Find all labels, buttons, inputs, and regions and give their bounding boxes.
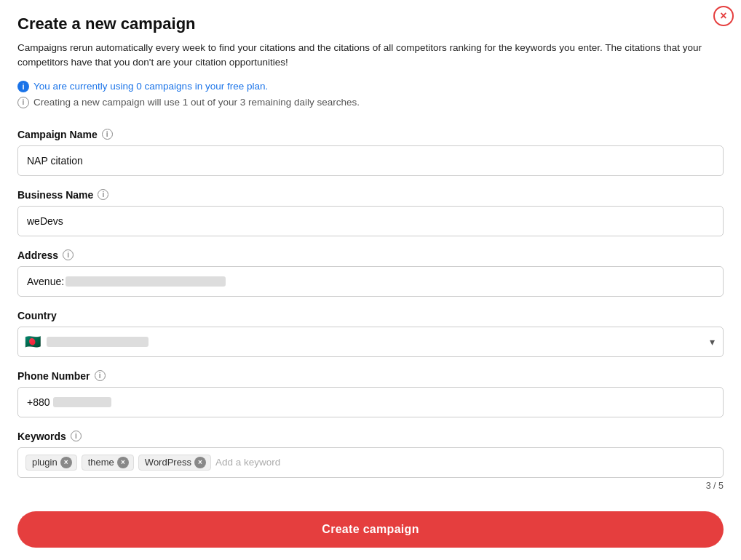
business-name-field: Business Name i (17, 189, 724, 236)
keyword-tag-plugin: plugin × (25, 455, 77, 471)
keyword-tag-theme-label: theme (88, 457, 114, 468)
create-campaign-button[interactable]: Create campaign (17, 511, 724, 548)
address-prefix: Avenue: (27, 276, 64, 287)
country-field: Country 🇧🇩 ▾ (17, 310, 724, 357)
keyword-tag-theme-remove[interactable]: × (117, 457, 129, 468)
phone-prefix: +880 (27, 396, 50, 408)
country-label: Country (17, 310, 724, 321)
campaign-name-input[interactable] (17, 145, 724, 176)
keyword-add-placeholder[interactable]: Add a keyword (215, 457, 280, 468)
search-notice-icon: i (17, 97, 29, 108)
keywords-input-box[interactable]: plugin × theme × WordPress × Add a keywo… (17, 447, 724, 478)
keyword-tag-wordpress: WordPress × (138, 455, 211, 471)
campaign-name-info-icon[interactable]: i (102, 129, 113, 140)
country-select[interactable] (17, 327, 724, 357)
business-name-input[interactable] (17, 206, 724, 236)
keyword-tag-plugin-remove[interactable]: × (60, 457, 72, 468)
phone-input-container[interactable]: +880 (17, 387, 724, 417)
keyword-count: 3 / 5 (17, 481, 724, 491)
keywords-info-icon[interactable]: i (71, 431, 82, 441)
modal-description: Campaigns rerun automatically every week… (17, 41, 724, 71)
address-info-icon[interactable]: i (63, 249, 74, 260)
address-field: Address i Avenue: (17, 249, 724, 297)
keywords-field: Keywords i plugin × theme × WordPress × … (17, 431, 724, 491)
search-notice-text: Creating a new campaign will use 1 out o… (33, 97, 360, 108)
keyword-tag-plugin-label: plugin (32, 457, 58, 468)
plan-notice-text: You are currently using 0 campaigns in y… (33, 81, 268, 92)
campaign-name-field: Campaign Name i (17, 129, 724, 176)
phone-number-field: Phone Number i +880 (17, 370, 724, 417)
search-notice-line: i Creating a new campaign will use 1 out… (17, 97, 724, 108)
business-name-label: Business Name i (17, 189, 724, 201)
address-label: Address i (17, 249, 724, 261)
keywords-label: Keywords i (17, 431, 724, 442)
phone-number-label: Phone Number i (17, 370, 724, 382)
address-input-container[interactable]: Avenue: (17, 266, 724, 297)
phone-blurred-value (53, 397, 111, 407)
country-select-wrapper: 🇧🇩 ▾ (17, 327, 724, 357)
address-blurred-value (66, 276, 226, 287)
keyword-tag-wordpress-remove[interactable]: × (194, 457, 206, 468)
campaign-name-label: Campaign Name i (17, 129, 724, 140)
close-icon: × (720, 10, 726, 22)
keyword-tag-wordpress-label: WordPress (145, 457, 191, 468)
modal-title: Create a new campaign (17, 15, 694, 33)
keyword-tag-theme: theme × (82, 455, 134, 471)
plan-notice-line: i You are currently using 0 campaigns in… (17, 81, 724, 92)
close-button[interactable]: × (713, 6, 734, 26)
plan-notice-icon: i (17, 81, 29, 92)
business-name-info-icon[interactable]: i (98, 189, 108, 200)
phone-info-icon[interactable]: i (95, 370, 106, 381)
